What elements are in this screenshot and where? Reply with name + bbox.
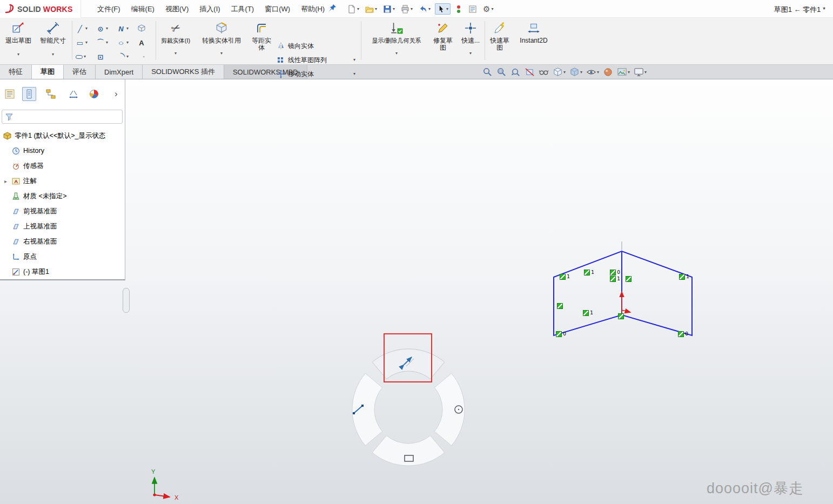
tab-sketch[interactable]: 草图: [32, 65, 64, 79]
mirror-entities-button[interactable]: 镜向实体: [277, 39, 359, 52]
circle-tool-button[interactable]: ⊙▾: [96, 23, 108, 35]
spline-tool-button[interactable]: N▾: [117, 23, 129, 35]
gesture-segment-left[interactable]: [352, 373, 382, 446]
menu-help[interactable]: 帮助(H): [295, 3, 330, 16]
menu-window[interactable]: 窗口(W): [259, 3, 295, 16]
constraint-badge[interactable]: [618, 313, 624, 319]
caret-icon[interactable]: ▾: [580, 70, 582, 75]
convert-entities-button[interactable]: 转换实体引用 ▾: [196, 19, 247, 64]
edit-appearance-icon[interactable]: [603, 67, 613, 77]
point-tool-button[interactable]: ⊡: [96, 51, 105, 63]
tree-item-material[interactable]: 材质 <未指定>: [0, 189, 124, 204]
panel-expand-chevron-icon[interactable]: ›: [115, 89, 118, 99]
sketch-3d-button[interactable]: [137, 23, 146, 35]
caret-icon[interactable]: ▾: [220, 51, 223, 56]
previous-view-icon[interactable]: [510, 67, 521, 77]
caret-icon[interactable]: ▾: [395, 51, 398, 56]
hide-show-items-icon[interactable]: ▾: [586, 67, 599, 77]
open-document-button[interactable]: ▾: [364, 4, 379, 15]
featuremanager-tab-icon[interactable]: [3, 87, 17, 101]
constraint-badge[interactable]: 1: [679, 274, 685, 280]
caret-icon[interactable]: ▾: [353, 72, 355, 76]
quick-snaps-button[interactable]: 快速... ▾: [458, 19, 483, 64]
line-tool-button[interactable]: ╱▾: [76, 23, 88, 35]
panel-splitter-handle[interactable]: [123, 288, 130, 313]
constraint-badge[interactable]: 0: [556, 331, 562, 337]
tree-item-annotations[interactable]: ▸ A 注解: [0, 173, 124, 189]
constraint-badge[interactable]: 1: [560, 274, 566, 280]
caret-icon[interactable]: ▾: [563, 70, 566, 75]
pin-menu-icon[interactable]: [327, 3, 337, 13]
caret-icon[interactable]: ▾: [428, 7, 431, 11]
view-settings-icon[interactable]: ▾: [634, 67, 647, 77]
tab-features[interactable]: 特征: [0, 65, 32, 79]
select-tool-button[interactable]: ▾: [435, 3, 451, 15]
display-style-icon[interactable]: ▾: [569, 67, 582, 77]
undo-button[interactable]: ▾: [417, 4, 432, 15]
menu-insert[interactable]: 插入(I): [194, 3, 225, 16]
constraint-badge[interactable]: 1: [583, 310, 589, 316]
caret-icon[interactable]: ▾: [446, 7, 448, 11]
dynamic-annotation-icon[interactable]: [539, 67, 549, 77]
constraint-badge[interactable]: 1: [610, 276, 616, 282]
smart-dimension-button[interactable]: 智能尺寸 ▾: [38, 19, 68, 64]
move-entities-button[interactable]: 移动实体 ▾: [277, 68, 359, 80]
caret-icon[interactable]: ▾: [84, 55, 86, 59]
constraint-badge[interactable]: [626, 276, 632, 282]
caret-icon[interactable]: ▾: [411, 7, 413, 11]
tab-dimxpert[interactable]: DimXpert: [96, 65, 143, 79]
caret-icon[interactable]: ▾: [597, 70, 599, 75]
zoom-fit-icon[interactable]: [482, 67, 493, 77]
tab-addins[interactable]: SOLIDWORKS 插件: [143, 65, 224, 79]
constraint-badge[interactable]: 1: [584, 270, 590, 275]
caret-icon[interactable]: ▾: [375, 7, 377, 11]
menu-edit[interactable]: 编辑(E): [126, 3, 160, 16]
tree-item-front-plane[interactable]: 前视基准面: [0, 204, 124, 219]
tab-evaluate[interactable]: 评估: [64, 65, 96, 79]
menu-view[interactable]: 视图(V): [160, 3, 194, 16]
linear-sketch-pattern-button[interactable]: 线性草图阵列 ▾: [277, 53, 359, 66]
tree-item-right-plane[interactable]: 右视基准面: [0, 234, 124, 249]
small-point-button[interactable]: ▫: [139, 51, 148, 63]
tree-item-history[interactable]: History: [0, 143, 124, 158]
repair-sketch-button[interactable]: 修复草图: [431, 19, 455, 64]
instant2d-button[interactable]: Instant2D: [514, 19, 553, 64]
caret-icon[interactable]: ▾: [393, 7, 395, 11]
constraint-badge[interactable]: 0: [678, 331, 684, 337]
caret-icon[interactable]: ▾: [17, 52, 19, 57]
displaymanager-tab-icon[interactable]: [87, 87, 101, 101]
caret-icon[interactable]: ▾: [644, 70, 647, 75]
rectangle-tool-button[interactable]: ▭▾: [76, 37, 88, 49]
gesture-segment-right[interactable]: [434, 373, 465, 446]
constraint-badge[interactable]: [557, 303, 563, 309]
task-pane-button[interactable]: [467, 4, 479, 15]
constraint-badge[interactable]: 0: [610, 270, 616, 275]
configurationmanager-tab-icon[interactable]: [44, 87, 58, 101]
view-orientation-icon[interactable]: ▾: [553, 67, 566, 77]
tree-root-part[interactable]: 零件1 (默认<<默认>_显示状态: [0, 128, 124, 143]
tree-item-top-plane[interactable]: 上视基准面: [0, 219, 124, 234]
caret-icon[interactable]: ▾: [469, 51, 472, 56]
caret-icon[interactable]: ▾: [85, 41, 88, 45]
arc-tool-button[interactable]: ⌒▾: [96, 37, 108, 49]
tree-item-sensors[interactable]: 传感器: [0, 158, 124, 173]
caret-icon[interactable]: ▾: [174, 51, 177, 56]
sketch-entities[interactable]: [554, 241, 692, 335]
caret-icon[interactable]: ▾: [492, 7, 494, 11]
save-button[interactable]: ▾: [381, 4, 397, 15]
propertymanager-tab-icon[interactable]: [22, 87, 36, 101]
tree-item-sketch1[interactable]: (-) 草图1: [0, 264, 124, 279]
caret-icon[interactable]: ▾: [106, 26, 108, 31]
dimxpertmanager-tab-icon[interactable]: [66, 87, 80, 101]
selection-filter-icon[interactable]: [453, 4, 464, 15]
menu-file[interactable]: 文件(F): [92, 3, 126, 16]
zoom-area-icon[interactable]: [496, 67, 507, 77]
print-button[interactable]: ▾: [399, 4, 414, 15]
ellipse-tool-button[interactable]: ○▾: [117, 37, 129, 49]
section-view-icon[interactable]: [525, 67, 535, 77]
caret-icon[interactable]: ▾: [106, 41, 108, 45]
caret-icon[interactable]: ▾: [52, 52, 54, 57]
tree-item-origin[interactable]: 原点: [0, 249, 124, 264]
tree-filter-input[interactable]: [16, 113, 119, 120]
caret-icon[interactable]: ▾: [85, 26, 88, 31]
